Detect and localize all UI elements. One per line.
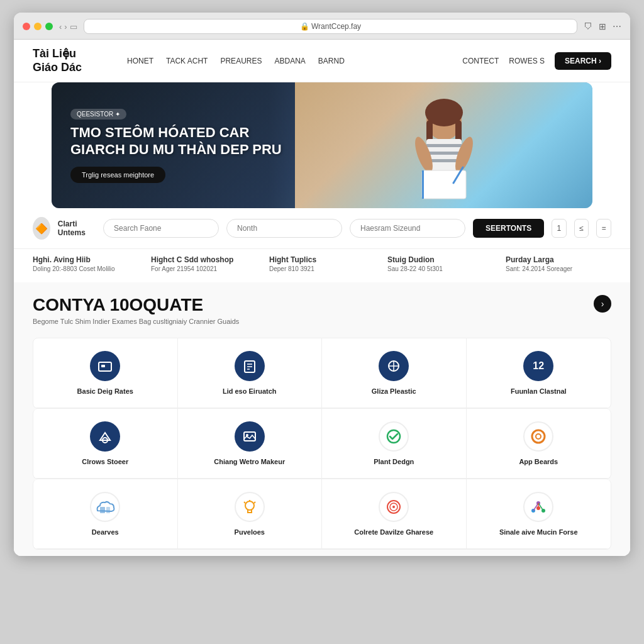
- app-card-colrete[interactable]: Colrete Davilze Gharese: [322, 479, 467, 549]
- grid-icon[interactable]: ⊞: [599, 21, 606, 31]
- app-icon-clrows: [90, 421, 120, 452]
- app-icon-beards: [523, 421, 553, 452]
- hero-person-svg: [381, 82, 507, 208]
- app-icon-colrete: [379, 492, 409, 522]
- app-grid-row1: Basic Deig Rates Lid eso Eiruatch: [33, 338, 611, 409]
- filter-icon-3[interactable]: =: [596, 219, 611, 238]
- hero-image: [295, 82, 592, 208]
- app-label-chiang: Chiang Wetro Makeur: [214, 458, 285, 465]
- user-avatar: 🔶: [33, 217, 50, 240]
- site-logo: Tài Liệu Giáo Dác: [33, 47, 108, 74]
- nav-rowes[interactable]: ROWES S: [509, 57, 545, 65]
- right-nav: CONTECT ROWES S SEARCH ›: [462, 52, 611, 70]
- app-label-dearves: Dearves: [92, 528, 119, 536]
- back-arrow-icon[interactable]: ‹: [59, 22, 62, 31]
- app-icon-gliza: [379, 351, 409, 381]
- app-label-sinale: Sinale aive Mucin Forse: [499, 528, 578, 536]
- browser-icons: ⛉ ⊞ ⋯: [584, 21, 621, 31]
- stat-item-1: Highct C Sdd whoshop For Ager 21954 1020…: [151, 255, 257, 272]
- svg-point-26: [532, 430, 545, 443]
- app-label-puveloes: Puveloes: [235, 528, 265, 536]
- app-label-colrete: Colrete Davilze Gharese: [354, 528, 433, 536]
- section-action-button[interactable]: ›: [594, 295, 611, 313]
- app-icon-sinale: [523, 492, 553, 522]
- svg-point-30: [245, 501, 254, 510]
- hero-banner: QEESISTOR ✦ TMO STEÔM HÓATED CAR GIARCH …: [52, 82, 592, 208]
- app-card-puveloes[interactable]: Puveloes: [178, 479, 323, 549]
- stat-item-0: Hghi. Aving Hiib Doling 20:-8803 Coset M…: [33, 255, 138, 272]
- close-button[interactable]: [23, 23, 30, 30]
- app-card-app-beards[interactable]: App Beards: [467, 409, 611, 479]
- svg-line-33: [254, 502, 255, 503]
- app-label-lid: Lid eso Eiruatch: [223, 387, 277, 395]
- app-grid-row3: Dearves Puveloes: [33, 479, 611, 550]
- app-card-chiang[interactable]: Chiang Wetro Makeur: [178, 409, 323, 479]
- nav-abdana[interactable]: ABDANA: [274, 57, 305, 65]
- app-label-fuunlan: Fuunlan Clastnal: [511, 387, 567, 395]
- haesram-input[interactable]: [350, 219, 465, 238]
- svg-rect-14: [101, 365, 105, 367]
- section-subtitle: Begome Tulc Shim Indier Exames Bag cuslt…: [33, 318, 239, 325]
- hero-cta-button[interactable]: Trglig reseas meightore: [70, 167, 165, 183]
- app-icon-basic: [90, 351, 120, 381]
- window-icon[interactable]: ▭: [70, 22, 77, 31]
- nav-arrows: ‹ › ▭: [59, 22, 77, 31]
- nav-tack[interactable]: TACK ACHT: [166, 57, 208, 65]
- filter-bar: 🔶 Clarti Untems SEERTONTS 1 ≤ =: [14, 208, 630, 249]
- app-card-plant[interactable]: Plant Dedgn: [322, 409, 467, 479]
- svg-rect-28: [100, 507, 105, 513]
- app-card-basic-deig[interactable]: Basic Deig Rates: [33, 338, 178, 408]
- month-input[interactable]: [226, 219, 342, 238]
- nav-honet[interactable]: HONET: [127, 57, 153, 65]
- svg-rect-5: [426, 144, 462, 147]
- stat-item-3: Stuig Dudion Sau 28-22 40 5t301: [387, 255, 493, 272]
- maximize-button[interactable]: [45, 23, 53, 30]
- app-label-plant: Plant Dedgn: [374, 458, 414, 465]
- site-header: Tài Liệu Giáo Dác HONET TACK ACHT PREAUR…: [14, 40, 630, 82]
- app-card-sinale[interactable]: Sinale aive Mucin Forse: [467, 479, 611, 549]
- app-card-lid-eso[interactable]: Lid eso Eiruatch: [178, 338, 323, 408]
- svg-line-32: [244, 502, 245, 503]
- nav-contect[interactable]: CONTECT: [462, 57, 499, 65]
- browser-window: ‹ › ▭ 🔒 WrantCcep.fay ⛉ ⊞ ⋯ Tài Liệu Giá…: [14, 13, 630, 556]
- app-label-basic: Basic Deig Rates: [77, 387, 133, 395]
- app-icon-dearves: [90, 492, 120, 522]
- hero-content: QEESISTOR ✦ TMO STEÔM HÓATED CAR GIARCH …: [52, 92, 301, 198]
- url-bar[interactable]: 🔒 WrantCcep.fay: [84, 19, 577, 34]
- more-options-icon[interactable]: ⋯: [613, 21, 621, 31]
- app-label-clrows: Clrows Stoeer: [82, 458, 128, 465]
- extensions-icon[interactable]: ⛉: [584, 21, 592, 31]
- svg-rect-11: [422, 170, 424, 199]
- browser-chrome: ‹ › ▭ 🔒 WrantCcep.fay ⛉ ⊞ ⋯: [14, 13, 630, 40]
- filter-icon-1[interactable]: 1: [552, 219, 567, 238]
- main-section: CONTYA 10OQUATE Begome Tulc Shim Indier …: [14, 282, 630, 556]
- search-button[interactable]: SEARCH ›: [555, 52, 611, 70]
- stat-item-2: Hight Tuplics Deper 810 3921: [269, 255, 375, 272]
- svg-point-27: [536, 434, 541, 439]
- search-input[interactable]: [103, 219, 219, 238]
- nav-barnd[interactable]: BARND: [318, 57, 345, 65]
- page-content: Tài Liệu Giáo Dác HONET TACK ACHT PREAUR…: [14, 40, 630, 556]
- app-label-beards: App Beards: [519, 458, 558, 465]
- app-card-gliza[interactable]: Gliza Pleastic: [322, 338, 467, 408]
- filter-user-label: Clarti Untems: [58, 219, 96, 237]
- app-card-fuunlan[interactable]: 12 Fuunlan Clastnal: [467, 338, 611, 408]
- app-card-clrows[interactable]: Clrows Stoeer: [33, 409, 178, 479]
- forward-arrow-icon[interactable]: ›: [64, 22, 67, 31]
- svg-rect-29: [106, 507, 110, 513]
- nav-preaures[interactable]: PREAURES: [220, 57, 262, 65]
- app-grid-row2: Clrows Stoeer Chiang Wetro Makeur: [33, 409, 611, 479]
- app-label-gliza: Gliza Pleastic: [372, 387, 416, 395]
- traffic-lights: [23, 23, 53, 30]
- filter-icon-2[interactable]: ≤: [574, 219, 589, 238]
- section-title: CONTYA 10OQUATE: [33, 295, 239, 315]
- main-nav: HONET TACK ACHT PREAURES ABDANA BARND: [127, 57, 462, 65]
- filter-search-button[interactable]: SEERTONTS: [473, 219, 544, 238]
- minimize-button[interactable]: [34, 23, 42, 30]
- stats-row: Hghi. Aving Hiib Doling 20:-8803 Coset M…: [14, 249, 630, 282]
- hero-badge: QEESISTOR ✦: [70, 109, 126, 119]
- app-icon-chiang: [235, 421, 265, 452]
- svg-rect-6: [426, 152, 462, 155]
- svg-point-36: [392, 506, 395, 508]
- app-card-dearves[interactable]: Dearves: [33, 479, 178, 549]
